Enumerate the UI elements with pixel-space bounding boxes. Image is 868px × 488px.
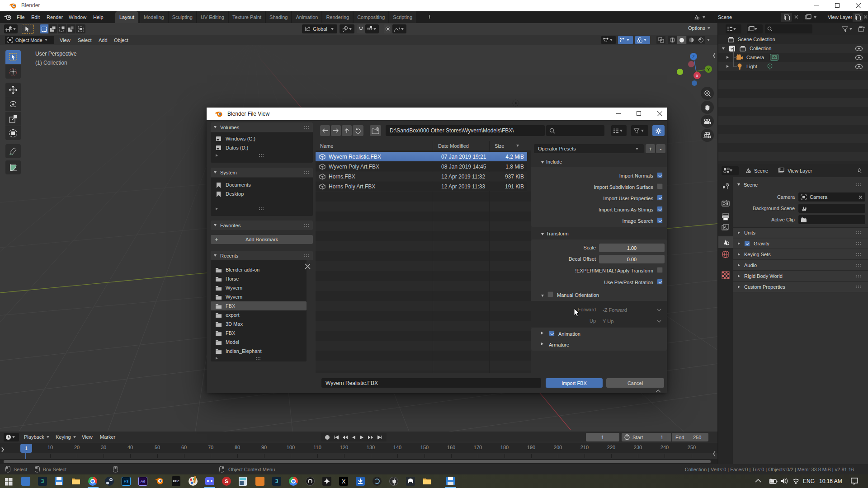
- svg-text:Y: Y: [707, 67, 710, 72]
- svg-text:Z: Z: [692, 55, 695, 59]
- svg-text:X: X: [696, 74, 698, 78]
